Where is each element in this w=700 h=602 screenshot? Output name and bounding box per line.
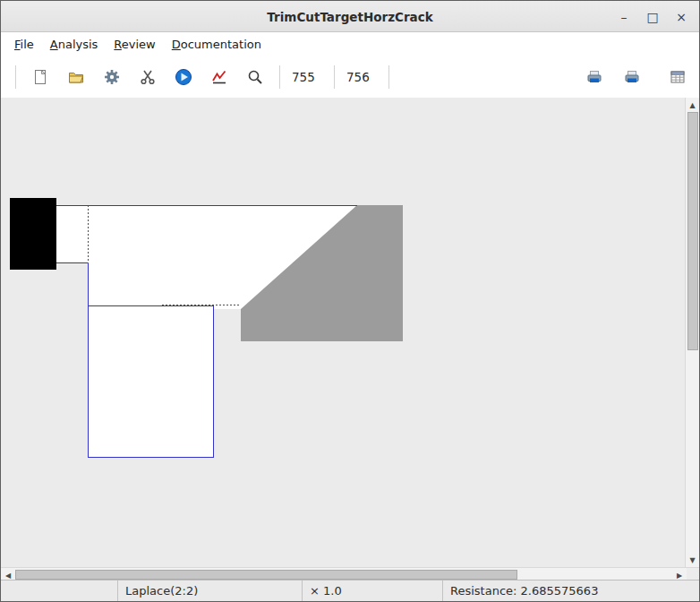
- export-button-1[interactable]: [582, 64, 607, 90]
- search-button[interactable]: [243, 64, 268, 90]
- run-button[interactable]: [171, 64, 196, 90]
- new-file-icon: [31, 68, 49, 86]
- toolbar: [1, 56, 699, 98]
- export-button-2[interactable]: [619, 64, 645, 90]
- maximize-button[interactable]: □: [638, 5, 667, 29]
- chart-icon: [210, 68, 228, 86]
- new-file-button[interactable]: [28, 64, 53, 90]
- status-resistance: Resistance: 2.685575663: [443, 580, 699, 601]
- run-play-icon: [175, 68, 192, 86]
- menu-bar: File Analysis Review Documentation: [1, 32, 699, 56]
- step-edge-line: [56, 263, 89, 306]
- count-field-right[interactable]: [341, 66, 382, 88]
- status-cell-empty: [1, 580, 118, 601]
- grid-table-icon: [669, 68, 687, 86]
- scroll-up-icon[interactable]: ▲: [686, 98, 699, 112]
- toolbar-separator: [388, 65, 389, 89]
- export-icon-1: [585, 68, 603, 86]
- window-controls: – □ ×: [610, 1, 696, 32]
- menu-item-documentation[interactable]: Documentation: [164, 35, 269, 54]
- plot-button[interactable]: [207, 64, 232, 90]
- status-bar: Laplace(2:2) × 1.0 Resistance: 2.6855756…: [1, 580, 699, 601]
- settings-gear-icon: [103, 68, 121, 86]
- search-icon: [246, 68, 264, 86]
- app-window: TrimCutTargetHorzCrack – □ × File Analys…: [0, 0, 700, 602]
- menu-item-analysis[interactable]: Analysis: [42, 35, 107, 54]
- scissors-icon: [139, 68, 157, 86]
- status-zoom: × 1.0: [303, 580, 443, 601]
- menu-item-review[interactable]: Review: [106, 35, 163, 54]
- cut-button[interactable]: [135, 64, 160, 90]
- horizontal-scrollbar-thumb[interactable]: [15, 570, 517, 580]
- toolbar-right-group: [576, 64, 699, 90]
- export-icon-2: [623, 68, 641, 86]
- open-file-button[interactable]: [64, 64, 89, 90]
- settings-button[interactable]: [99, 64, 124, 90]
- title-bar[interactable]: TrimCutTargetHorzCrack – □ ×: [1, 1, 699, 32]
- toolbar-separator: [15, 65, 16, 89]
- close-button[interactable]: ×: [667, 5, 696, 29]
- page-title: TrimCutTargetHorzCrack: [1, 1, 699, 32]
- count-field-left[interactable]: [286, 66, 328, 88]
- grid-view-button[interactable]: [665, 64, 690, 90]
- status-solver: Laplace(2:2): [118, 580, 303, 601]
- toolbar-separator: [334, 65, 335, 89]
- drawing-area[interactable]: [1, 98, 687, 567]
- black-electrode-rect: [10, 198, 56, 270]
- vertical-scrollbar[interactable]: ▲ ▼: [685, 98, 699, 567]
- scroll-down-icon[interactable]: ▼: [686, 553, 699, 567]
- minimize-button[interactable]: –: [610, 5, 638, 29]
- vertical-scrollbar-thumb[interactable]: [687, 112, 698, 350]
- toolbar-separator: [279, 65, 280, 89]
- menu-item-file[interactable]: File: [6, 35, 42, 54]
- lower-white-region: [89, 306, 214, 458]
- geometry-drawing: [1, 98, 687, 567]
- open-folder-icon: [67, 68, 85, 86]
